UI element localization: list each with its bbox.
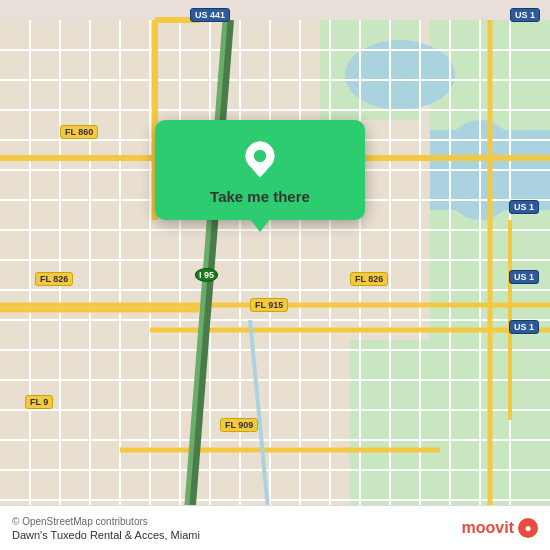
- copyright-text: © OpenStreetMap contributors: [12, 516, 200, 527]
- map-container: US 441 US 1 FL 860 FL 860 US 441 I 95 FL…: [0, 0, 550, 550]
- moovit-dot-icon: ●: [518, 518, 538, 538]
- take-me-there-button[interactable]: Take me there: [210, 188, 310, 205]
- road-label-fl9: FL 9: [25, 395, 53, 409]
- road-label-us1-right-bot: US 1: [509, 320, 539, 334]
- road-label-fl826-right: FL 826: [350, 272, 388, 286]
- road-label-us1-right-mid: US 1: [509, 270, 539, 284]
- moovit-logo-icon: moovit ●: [462, 518, 538, 538]
- bottom-bar: © OpenStreetMap contributors Dawn's Tuxe…: [0, 505, 550, 550]
- road-label-us441-top: US 441: [190, 8, 230, 22]
- location-name: Dawn's Tuxedo Rental & Acces, Miami: [12, 529, 200, 541]
- road-label-i95: I 95: [195, 268, 218, 282]
- road-label-fl860-left: FL 860: [60, 125, 98, 139]
- road-label-us1-right-top: US 1: [509, 200, 539, 214]
- svg-point-55: [254, 150, 266, 162]
- road-label-fl915: FL 915: [250, 298, 288, 312]
- road-label-fl826-left: FL 826: [35, 272, 73, 286]
- road-label-us1-top: US 1: [510, 8, 540, 22]
- location-pin-icon: [240, 140, 280, 180]
- moovit-text: moovit: [462, 519, 514, 537]
- road-label-fl909: FL 909: [220, 418, 258, 432]
- map-popup: Take me there: [155, 120, 365, 220]
